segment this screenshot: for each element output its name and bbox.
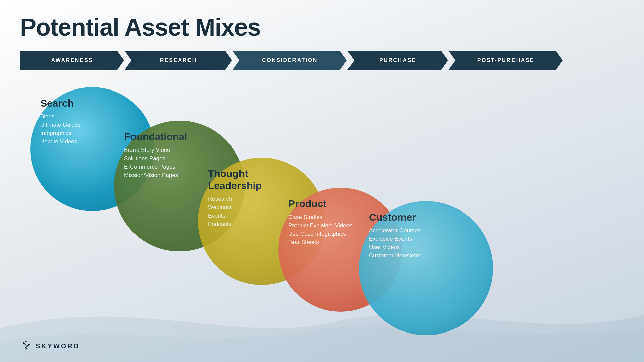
circle-customer-item-0: Accelerator Courses — [369, 227, 483, 234]
svg-point-0 — [25, 341, 27, 342]
circle-foundational-title: Foundational — [124, 131, 235, 143]
circle-customer-item-1: Exclusive Events — [369, 236, 483, 242]
circle-foundational-item-0: Brand Story Video — [124, 147, 235, 154]
bubbles-area: Search Blogs Ultimate Guides Infographic… — [0, 67, 644, 355]
circle-search-title: Search — [40, 97, 144, 109]
logo-text: SKYWORD — [36, 342, 80, 350]
page-title: Potential Asset Mixes — [20, 13, 624, 41]
circle-product-title: Product — [288, 198, 392, 210]
circle-foundational-item-1: Solutions Pages — [124, 155, 235, 162]
circle-customer-item-2: User Videos — [369, 244, 483, 251]
logo: SKYWORD — [20, 340, 80, 352]
circle-customer-title: Customer — [369, 211, 483, 223]
circle-search-item-0: Blogs — [40, 113, 144, 120]
circle-customer: Customer Accelerator Courses Exclusive E… — [359, 201, 493, 335]
circle-search-item-1: Ultimate Guides — [40, 122, 144, 128]
circle-customer-item-3: Customer Newsletter — [369, 252, 483, 259]
logo-icon — [20, 340, 32, 352]
circle-thought-title: Thought Leadership — [208, 168, 315, 192]
